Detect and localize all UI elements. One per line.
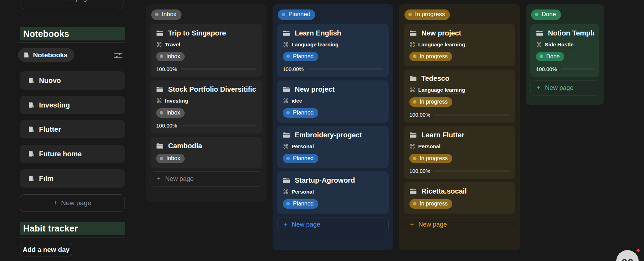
command-icon: ⌘ — [156, 42, 162, 48]
sidebar-new-page-button[interactable]: + New page — [20, 194, 125, 212]
column-status-pill[interactable]: Planned — [278, 9, 315, 20]
command-icon: ⌘ — [536, 42, 542, 48]
status-badge[interactable]: Planned — [283, 154, 318, 163]
board-column-planned: Planned Learn English ⌘ Language learnin… — [273, 4, 393, 250]
tag-label: Personal — [418, 143, 440, 150]
status-dot — [286, 157, 290, 160]
notebook-icon — [28, 102, 34, 108]
card-tag[interactable]: ⌘ Language learning — [409, 41, 510, 48]
column-status-pill[interactable]: Done — [531, 9, 561, 20]
folder-icon — [156, 143, 164, 149]
card-tag[interactable]: ⌘ Personal — [283, 189, 383, 195]
card-tag[interactable]: ⌘ idee — [283, 98, 383, 104]
column-name: In progress — [415, 11, 445, 18]
board-card[interactable]: Learn English ⌘ Language learning Planne… — [277, 24, 389, 77]
column-new-page-button[interactable]: + New page — [277, 217, 389, 232]
status-badge[interactable]: Planned — [283, 108, 318, 118]
status-badge[interactable]: Done — [536, 52, 564, 61]
status-badge[interactable]: Inbox — [156, 52, 185, 61]
sidebar-item-flutter[interactable]: Flutter — [20, 120, 125, 138]
status-dot — [540, 54, 543, 58]
add-a-new-day-button[interactable]: Add a new day — [20, 243, 72, 256]
sidebar-item-investing[interactable]: Investing — [20, 96, 125, 114]
notebook-icon — [23, 52, 29, 58]
column-name: Done — [542, 11, 556, 18]
filter-settings-icon[interactable] — [114, 52, 123, 59]
card-tag[interactable]: ⌘ Personal — [409, 143, 510, 150]
card-tag[interactable]: ⌘ Travel — [156, 41, 256, 48]
status-dot — [160, 54, 163, 58]
status-dot — [155, 13, 159, 16]
card-title: New project — [421, 29, 461, 37]
status-badge[interactable]: In progress — [409, 97, 452, 107]
command-icon: ⌘ — [283, 144, 289, 150]
progress-label: 100.00% — [409, 112, 430, 118]
card-tag[interactable]: ⌘ Language learning — [283, 41, 383, 48]
board-card[interactable]: Notion Template La ⌘ Side Hustle Done 10… — [530, 24, 599, 77]
status-dot — [413, 54, 416, 58]
status-badge[interactable]: In progress — [409, 52, 452, 61]
column-status-pill[interactable]: In progress — [404, 9, 450, 20]
status-label: In progress — [420, 155, 448, 162]
notebooks-view-pill[interactable]: Notebooks — [18, 48, 74, 62]
status-dot — [413, 157, 416, 160]
column-new-page-button[interactable]: + New page — [530, 80, 599, 96]
board-column-done: Done Notion Template La ⌘ Side Hustle Do… — [526, 4, 604, 105]
command-icon: ⌘ — [409, 87, 415, 93]
status-badge[interactable]: Inbox — [156, 154, 185, 163]
status-badge[interactable]: Planned — [283, 52, 318, 61]
notebooks-section-heading[interactable]: Notebooks — [20, 27, 125, 40]
status-badge[interactable]: Inbox — [156, 108, 185, 118]
sidebar-item-label: Investing — [39, 101, 70, 109]
card-title: New project — [295, 85, 334, 93]
plus-icon: + — [53, 0, 57, 2]
board-card[interactable]: Tedesco ⌘ Language learning In progress … — [404, 70, 515, 123]
progress-bar: 100.00% — [409, 168, 510, 174]
card-title: Notion Template La — [548, 29, 594, 37]
card-tag[interactable]: ⌘ Investing — [156, 98, 256, 104]
sidebar-item-label: Nuovo — [39, 77, 61, 85]
habit-tracker-section-heading[interactable]: Habit tracker — [20, 222, 125, 235]
board-card[interactable]: Stock Portfolio Diversitification ⌘ Inve… — [151, 80, 262, 133]
board-card[interactable]: Startup-Agroword ⌘ Personal Planned — [277, 171, 389, 214]
board-card[interactable]: New project ⌘ Language learning In progr… — [404, 24, 515, 66]
new-page-label: New page — [61, 199, 91, 207]
sidebar-item-nuovo[interactable]: Nuovo — [20, 71, 125, 90]
column-new-page-button[interactable]: + New page — [404, 217, 515, 232]
new-page-label: New page — [419, 221, 447, 228]
sidebar-item-label: Future home — [39, 150, 82, 158]
board-card[interactable]: Embroidery-progect ⌘ Personal Planned — [277, 126, 389, 168]
new-page-label: New page — [165, 175, 194, 183]
status-badge[interactable]: In progress — [409, 199, 452, 209]
new-page-label: New page — [60, 0, 91, 2]
column-status-pill[interactable]: Inbox — [151, 9, 181, 20]
board-card[interactable]: Trip to Singapore ⌘ Travel Inbox 100.00% — [151, 24, 262, 77]
sidebar-item-future-home[interactable]: Future home — [20, 145, 125, 163]
card-title: Learn English — [295, 29, 341, 37]
tag-label: Side Hustle — [545, 41, 574, 48]
column-new-page-button[interactable]: + New page — [151, 171, 262, 187]
status-label: Inbox — [166, 110, 180, 116]
sidebar-new-page-top-button[interactable]: + New page — [20, 0, 123, 9]
sidebar-item-film[interactable]: Film — [20, 169, 125, 188]
board-card[interactable]: Ricetta.socail In progress — [404, 182, 515, 214]
board-card[interactable]: Learn Flutter ⌘ Personal In progress 100… — [404, 126, 515, 179]
status-dot — [413, 100, 416, 104]
board-card[interactable]: New project ⌘ idee Planned — [277, 80, 389, 123]
card-title: Tedesco — [421, 74, 449, 83]
plus-icon: + — [537, 84, 541, 92]
status-badge[interactable]: In progress — [409, 154, 452, 163]
folder-icon — [409, 132, 417, 138]
status-badge[interactable]: Planned — [283, 199, 318, 209]
new-page-label: New page — [545, 84, 574, 92]
board-card[interactable]: Cambodia Inbox — [151, 137, 262, 168]
command-icon: ⌘ — [409, 42, 415, 48]
card-tag[interactable]: ⌘ Language learning — [409, 87, 510, 93]
folder-icon — [283, 177, 290, 183]
card-tag[interactable]: ⌘ Side Hustle — [536, 41, 594, 48]
tag-label: Language learning — [418, 87, 465, 93]
notebook-icon — [28, 77, 34, 84]
status-label: Done — [546, 53, 560, 60]
card-tag[interactable]: ⌘ Personal — [283, 143, 383, 150]
status-label: Planned — [293, 110, 314, 116]
